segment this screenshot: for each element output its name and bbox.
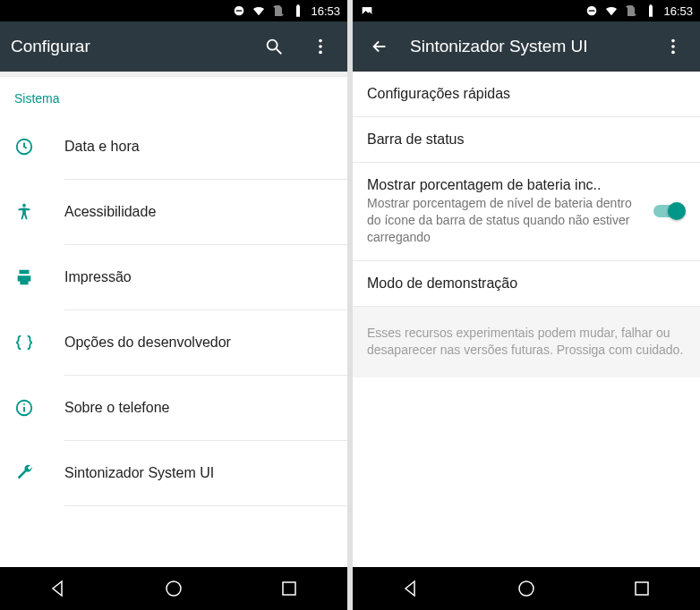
svg-point-13 [166, 581, 181, 596]
status-time: 16:53 [311, 4, 340, 18]
row-label: Sobre o telefone [64, 400, 169, 416]
status-bar: 16:53 [0, 0, 347, 21]
app-header: Configurar [0, 21, 347, 72]
nav-home-button[interactable] [145, 567, 202, 610]
row-date-time[interactable]: Data e hora [0, 114, 347, 179]
nav-recents-button[interactable] [613, 567, 670, 610]
setting-title: Barra de status [367, 131, 686, 148]
svg-point-5 [319, 39, 322, 43]
back-button[interactable] [363, 30, 396, 63]
svg-point-6 [319, 45, 322, 48]
wifi-icon [604, 4, 619, 18]
wrench-icon [14, 463, 64, 483]
svg-line-4 [277, 49, 282, 55]
row-developer-options[interactable]: Opções do desenvolvedor [0, 310, 347, 375]
svg-point-20 [671, 45, 675, 48]
nav-back-button[interactable] [30, 567, 87, 610]
phone-left-settings: 16:53 Configurar Sistema Data e hora Ace… [0, 0, 347, 610]
navigation-bar [353, 567, 700, 610]
svg-point-12 [23, 403, 25, 405]
page-title: Configurar [11, 37, 243, 56]
switch-thumb [668, 202, 686, 220]
row-printing[interactable]: Impressão [0, 245, 347, 309]
dnd-icon [585, 4, 599, 18]
screenshot-notification-icon [360, 4, 374, 18]
battery-icon [644, 4, 658, 18]
app-header: Sintonizador System UI [353, 21, 700, 72]
row-label: Acessibilidade [64, 204, 156, 220]
row-label: Data e hora [64, 139, 140, 155]
battery-icon [291, 4, 305, 18]
svg-point-22 [519, 581, 534, 596]
navigation-bar [0, 567, 347, 610]
row-battery-percentage[interactable]: Mostrar porcentagem de bateria inc.. Mos… [353, 163, 700, 261]
status-time: 16:53 [663, 4, 693, 18]
section-header-sistema: Sistema [0, 77, 347, 114]
printer-icon [14, 267, 64, 287]
setting-subtitle: Mostrar porcentagem de nível de bateria … [367, 195, 643, 246]
row-label: Impressão [64, 269, 132, 285]
setting-title: Modo de demonstração [367, 275, 686, 292]
accessibility-icon [14, 202, 64, 222]
row-quick-settings[interactable]: Configurações rápidas [353, 72, 700, 117]
no-sim-icon [271, 4, 286, 18]
search-button[interactable] [258, 30, 290, 63]
row-demo-mode[interactable]: Modo de demonstração [353, 261, 700, 307]
setting-title: Configurações rápidas [367, 86, 686, 102]
page-title: Sintonizador System UI [410, 37, 643, 56]
row-accessibility[interactable]: Acessibilidade [0, 180, 347, 244]
braces-icon [14, 333, 64, 352]
clock-icon [14, 137, 64, 157]
content-area: Sistema Data e hora Acessibilidade Impre… [0, 72, 347, 567]
setting-title: Mostrar porcentagem de bateria inc.. [367, 177, 643, 193]
experimental-warning: Esses recursos experimentais podem mudar… [353, 307, 700, 377]
overflow-menu-button[interactable] [657, 30, 689, 63]
dnd-icon [232, 4, 246, 18]
svg-point-9 [22, 204, 26, 208]
divider [64, 505, 347, 506]
battery-percentage-switch[interactable] [653, 202, 686, 220]
no-sim-icon [624, 4, 638, 18]
nav-back-button[interactable] [382, 567, 440, 610]
row-status-bar[interactable]: Barra de status [353, 117, 700, 163]
svg-rect-14 [283, 582, 295, 595]
content-area: Configurações rápidas Barra de status Mo… [353, 72, 700, 567]
overflow-menu-button[interactable] [304, 30, 337, 63]
svg-point-7 [319, 51, 322, 55]
svg-point-21 [671, 51, 675, 55]
nav-recents-button[interactable] [260, 567, 318, 610]
nav-home-button[interactable] [498, 567, 555, 610]
row-system-ui-tuner[interactable]: Sintonizador System UI [0, 441, 347, 505]
row-label: Sintonizador System UI [64, 465, 214, 481]
row-label: Opções do desenvolvedor [64, 335, 231, 351]
svg-rect-23 [636, 582, 648, 595]
row-about-phone[interactable]: Sobre o telefone [0, 376, 347, 440]
svg-point-3 [268, 40, 277, 50]
svg-rect-1 [236, 10, 243, 11]
phone-right-tuner: 16:53 Sintonizador System UI Configuraçõ… [353, 0, 700, 610]
svg-point-19 [671, 39, 675, 43]
info-icon [14, 398, 64, 418]
status-bar: 16:53 [353, 0, 700, 21]
wifi-icon [252, 4, 266, 18]
svg-rect-17 [589, 10, 595, 11]
